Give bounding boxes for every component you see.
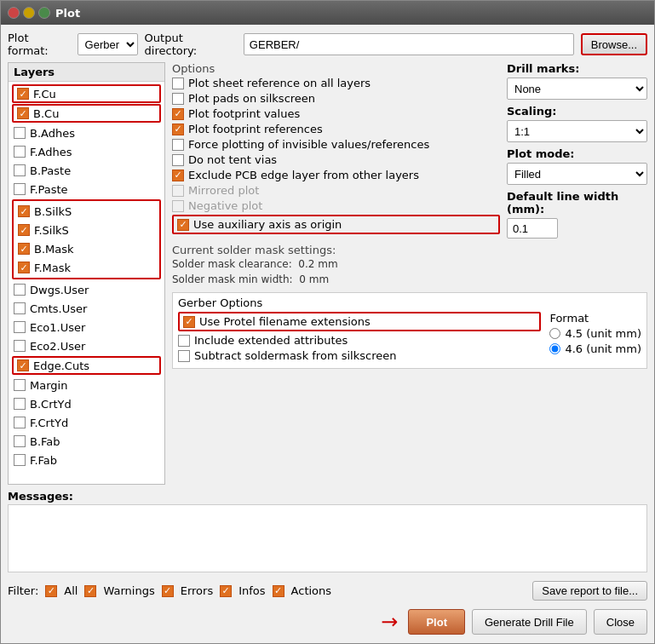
opt-check-plot-refs[interactable] [172,124,184,135]
opt-label-plot-values: Plot footprint values [188,107,300,120]
filter-label: Filter: [8,584,38,597]
layer-item-bmask[interactable]: B.Mask [14,239,158,258]
layer-check-fmask[interactable] [18,262,30,273]
output-dir-input[interactable] [244,33,574,55]
opt-label-no-tent: Do not tent vias [188,153,277,166]
gerber-checkboxes: Use Protel filename extensions Include e… [178,312,541,365]
layer-check-bsilks[interactable] [18,205,30,217]
layer-check-edgecuts[interactable] [17,359,29,371]
layer-item-dwgsuser[interactable]: Dwgs.User [10,280,163,299]
format-45-radio[interactable] [549,328,560,339]
filter-actions-check[interactable] [273,585,284,597]
layer-item-eco1user[interactable]: Eco1.User [10,318,163,336]
opt-check-plot-sheet[interactable] [172,78,184,89]
layer-item-bcrtyd[interactable]: B.CrtYd [10,394,163,413]
format-label: Plot format: [8,32,72,57]
filter-all-label: All [64,584,78,597]
layer-item-bcu[interactable]: B.Cu [12,104,161,123]
format-45-row: 4.5 (unit mm) [549,327,641,340]
opt-check-plot-values[interactable] [172,108,184,120]
layer-label-bsilks: B.SilkS [34,205,72,218]
opt-check-force-invisible[interactable] [172,139,184,151]
filter-warnings-check[interactable] [84,585,96,597]
opt-check-mirrored[interactable] [172,185,184,197]
filter-errors-check[interactable] [162,585,174,597]
layer-label-fcu: F.Cu [33,88,56,101]
layer-check-eco1user[interactable] [14,321,26,333]
layer-check-bmask[interactable] [18,243,30,255]
layer-item-bsilks[interactable]: B.SilkS [14,202,158,221]
layer-item-bpaste[interactable]: B.Paste [10,161,163,180]
filter-actions-label: Actions [291,584,332,597]
layer-check-eco2user[interactable] [14,340,26,352]
plot-button[interactable]: Plot [408,609,465,635]
opt-check-exclude-edge[interactable] [172,170,184,181]
layers-panel: Layers F.Cu B.Cu B.Adhes [8,62,165,485]
opt-check-negative[interactable] [172,200,184,212]
solder-mask-header: Current solder mask settings: [172,244,647,256]
layer-item-ffab[interactable]: F.Fab [10,451,163,469]
layer-check-fpaste[interactable] [14,183,26,195]
layer-item-fcrtyd[interactable]: F.CrtYd [10,413,163,432]
opt-check-subtract[interactable] [178,350,190,362]
generate-drill-button[interactable]: Generate Drill File [472,609,587,635]
filter-warnings-label: Warnings [103,584,154,597]
layer-label-eco2user: Eco2.User [30,340,85,353]
layer-check-fsilks[interactable] [18,224,30,236]
options-right: Options Plot sheet reference on all laye… [172,62,647,485]
scaling-select[interactable]: 1:1 1:2 2:1 [507,120,647,142]
layer-check-fadhes[interactable] [14,146,26,158]
format-45-label: 4.5 (unit mm) [565,327,641,340]
layer-label-margin: Margin [30,379,67,392]
opt-check-extended[interactable] [178,335,190,347]
layer-label-fmask: F.Mask [34,262,71,274]
opt-plot-sheet: Plot sheet reference on all layers [172,77,500,89]
minimize-window-button[interactable] [23,7,35,19]
layer-check-margin[interactable] [14,379,26,391]
layer-label-dwgsuser: Dwgs.User [30,284,89,296]
layer-check-cmtsuser[interactable] [14,302,26,314]
layer-item-fmask[interactable]: F.Mask [14,258,158,277]
layer-item-fcu[interactable]: F.Cu [12,84,161,103]
browse-button[interactable]: Browse... [581,33,647,55]
layer-item-margin[interactable]: Margin [10,376,163,394]
layer-item-bfab[interactable]: B.Fab [10,432,163,451]
layer-check-dwgsuser[interactable] [14,284,26,296]
close-button[interactable]: Close [594,609,647,635]
layer-item-eco2user[interactable]: Eco2.User [10,336,163,355]
layer-check-bfab[interactable] [14,435,26,447]
layer-check-bcu[interactable] [17,107,29,119]
layer-check-fcu[interactable] [17,88,29,100]
plot-format-select[interactable]: Gerber [78,33,138,55]
format-46-radio[interactable] [549,343,560,354]
opt-check-plot-pads[interactable] [172,93,184,105]
line-width-input[interactable] [507,218,558,239]
layer-check-ffab[interactable] [14,454,26,466]
layer-item-fadhes[interactable]: F.Adhes [10,142,163,161]
layer-item-cmtsuser[interactable]: Cmts.User [10,299,163,318]
opt-label-extended: Include extended attributes [194,334,348,347]
filter-all-check[interactable] [45,585,57,597]
opt-label-negative: Negative plot [188,199,262,212]
layer-check-bcrtyd[interactable] [14,398,26,410]
window-title: Plot [55,7,80,20]
layer-check-fcrtyd[interactable] [14,417,26,428]
opt-check-aux-axis[interactable] [177,219,189,231]
close-window-button[interactable] [8,7,20,19]
maximize-window-button[interactable] [38,7,50,19]
plot-mode-select[interactable]: Filled Sketch [507,163,647,185]
save-report-button[interactable]: Save report to file... [532,581,647,601]
filter-infos-check[interactable] [220,585,232,597]
opt-check-no-tent[interactable] [172,154,184,166]
layer-label-fcrtyd: F.CrtYd [30,417,68,429]
layer-item-badhes[interactable]: B.Adhes [10,124,163,142]
layer-item-fpaste[interactable]: F.Paste [10,180,163,198]
layer-label-bfab: B.Fab [30,435,60,448]
layer-check-bpaste[interactable] [14,164,26,176]
bottom-bar: Filter: All Warnings Errors Infos Action… [8,578,647,602]
opt-check-protel[interactable] [183,316,195,328]
drill-marks-select[interactable]: None Small Actual [507,78,647,100]
layer-item-fsilks[interactable]: F.SilkS [14,221,158,239]
layer-check-badhes[interactable] [14,127,26,139]
layer-item-edgecuts[interactable]: Edge.Cuts [12,356,161,375]
